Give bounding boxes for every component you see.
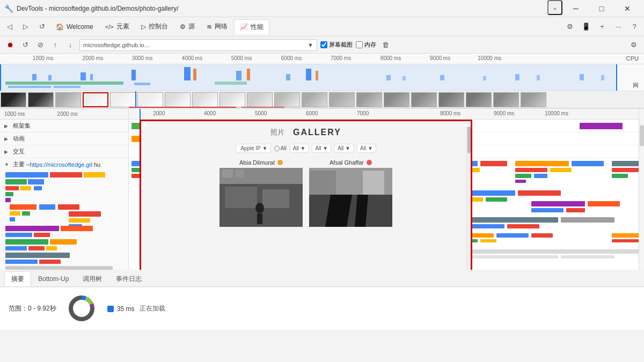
svg-rect-47 [34,233,50,237]
tab-summary[interactable]: 摘要 [4,271,31,286]
tab-sources[interactable]: ⚙ 源 [174,19,200,34]
svg-rect-110 [612,239,639,242]
radio-all[interactable]: All [274,144,287,153]
author-1-dot [277,160,283,165]
memory-checkbox-label[interactable]: 内存 [356,41,376,49]
expand-frameset-icon[interactable]: ▶ [4,123,11,129]
filter-all-1[interactable]: All ▼ [290,144,309,153]
svg-rect-95 [531,201,585,206]
position-indicator [135,91,136,108]
more-tabs-btn[interactable]: ··· [611,19,626,34]
loading-label: 正在加载 [140,304,165,313]
new-tab-btn[interactable]: + [595,19,610,34]
filter-apple[interactable]: Apple IP ▼ [236,144,270,153]
svg-rect-52 [46,246,57,250]
screenshot-checkbox[interactable] [320,41,327,48]
svg-rect-104 [496,233,529,238]
memory-checkbox[interactable] [356,41,363,48]
filter-all-3[interactable]: All ▼ [334,144,354,153]
svg-rect-111 [451,249,644,254]
close-button[interactable]: ✕ [615,0,640,17]
svg-rect-48 [5,239,48,245]
tab-call-tree[interactable]: 调用树 [76,271,109,286]
dropdown-button[interactable]: ⌄ [547,0,562,15]
gallery-header: 照片 GALLERY [260,121,352,142]
svg-rect-35 [10,204,36,210]
url-dropdown-icon[interactable]: ▼ [308,42,313,48]
svg-rect-28 [5,179,27,184]
tab-network[interactable]: ≋ 网络 [201,19,233,34]
time-6: 7000 ms [331,55,351,61]
filter-all-2[interactable]: All ▼ [312,144,331,153]
svg-rect-31 [20,186,31,190]
expand-animation-icon[interactable]: ▶ [4,136,11,142]
author-1-name: Abia Dilmurat [239,159,275,166]
screenshot-thumb [137,92,163,107]
summary-range-label: 范围：0 - 9.92秒 [9,304,56,313]
time-0: 1000 ms [33,55,53,61]
delete-profile-btn[interactable]: 🗑 [379,39,391,51]
expand-main-icon[interactable]: ▼ [4,162,11,167]
devtools-icon: 🔧 [4,4,13,13]
save-profile-btn[interactable]: ↓ [64,39,76,51]
screenshot-overlay: 照片 GALLERY Apple IP ▼ All All ▼ All ▼ [140,120,472,270]
scrollbar-thumb[interactable] [640,125,644,146]
tab-bottom-up[interactable]: Bottom-Up [31,271,76,286]
title-bar-text: DevTools - microsoftedge.github.io/Demos… [17,5,544,12]
screenshot-thumb [165,92,191,107]
filter-all-4[interactable]: All ▼ [357,144,376,153]
track-frameset[interactable]: ▶ 框架集 [0,120,128,132]
record-btn[interactable]: ⏺ [4,39,16,51]
track-main-link[interactable]: https://microsoftedge.git [30,161,92,168]
tab-event-log[interactable]: 事件日志 [109,271,149,286]
screenshot-thumb [219,92,245,107]
svg-rect-122 [257,213,262,224]
svg-rect-33 [5,192,13,196]
tab-forward-btn[interactable]: ▷ [18,19,33,34]
svg-rect-36 [39,204,55,210]
minimap-area: 网 [0,64,644,91]
help-btn[interactable]: ? [627,19,642,34]
svg-rect-84 [534,174,547,178]
overview-selection[interactable] [0,64,617,91]
tab-back-btn[interactable]: ◁ [2,19,17,34]
screenshot-checkbox-label[interactable]: 屏幕截图 [320,41,353,49]
expand-interaction-icon[interactable]: ▶ [4,149,11,154]
perf-toolbar: ⏺ ↺ ⊘ ↑ ↓ microsoftedge.github.io... ▼ 屏… [0,36,644,54]
reload-btn[interactable]: ↺ [19,39,31,51]
tab-welcome[interactable]: 🏠 Welcome [50,19,99,34]
svg-rect-119 [225,187,257,208]
perf-settings-btn[interactable]: ⚙ [628,39,640,51]
time-5: 6000 ms [281,55,302,61]
url-bar: microsoftedge.github.io... ▼ [79,39,317,51]
track-animation[interactable]: ▶ 动画 [0,132,128,145]
svg-rect-29 [28,179,44,184]
donut-chart [67,294,97,323]
device-emulation-btn[interactable]: 📱 [579,19,594,34]
tab-refresh-btn[interactable]: ↺ [34,19,49,34]
clear-btn[interactable]: ⊘ [34,39,46,51]
load-profile-btn[interactable]: ↑ [49,39,61,51]
screenshot-thumb [274,92,300,107]
screenshot-thumb [302,92,327,107]
tab-elements[interactable]: </> 元素 [100,19,135,34]
svg-rect-50 [5,246,27,250]
tab-console[interactable]: ▷ 控制台 [136,19,173,34]
svg-rect-113 [561,255,614,258]
main-ruler-labels: 1000 ms 2000 ms [0,109,128,120]
svg-rect-105 [531,233,553,238]
screenshot-thumb [411,92,437,107]
screenshot-thumb [493,92,519,107]
svg-rect-107 [480,239,496,242]
memory-label: 内存 [364,41,376,49]
svg-rect-135 [363,171,384,195]
maximize-button[interactable]: □ [589,0,614,17]
track-main[interactable]: ▼ 主要 – https://microsoftedge.git hu [0,158,128,270]
minimize-button[interactable]: ─ [564,0,588,17]
svg-rect-72 [480,161,507,166]
vertical-scrollbar[interactable] [639,109,644,270]
tab-performance[interactable]: 📈 性能 [234,19,269,34]
settings-gear-btn[interactable]: ⚙ [562,19,577,34]
track-interaction[interactable]: ▶ 交互 [0,145,128,158]
sources-icon: ⚙ [180,23,186,31]
